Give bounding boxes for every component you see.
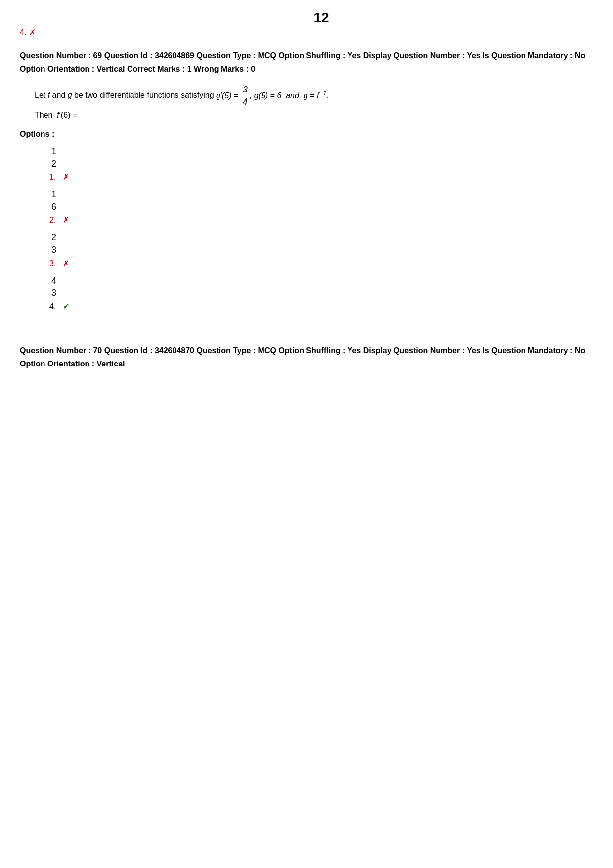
question69-body-text: Let f and g be two differentiable functi… <box>35 91 329 100</box>
option3-label: 3. <box>49 259 56 268</box>
option1-row: 1. ✗ <box>49 172 593 182</box>
question70-meta: Question Number : 70 Question Id : 34260… <box>20 344 593 370</box>
option4-check-icon: ✔ <box>63 302 69 311</box>
option1-label: 1. <box>49 173 56 182</box>
question69-option3: 2 3 3. ✗ <box>49 232 593 268</box>
question69-meta: Question Number : 69 Question Id : 34260… <box>20 49 593 76</box>
question69-option2: 1 6 2. ✗ <box>49 189 593 225</box>
option3-numerator: 2 <box>49 232 58 244</box>
option1-denominator: 2 <box>49 158 58 170</box>
option3-cross-icon: ✗ <box>63 259 69 268</box>
option2-label: 2. <box>49 216 56 225</box>
option4-numerator: 4 <box>49 276 58 288</box>
question69-option4: 4 3 4. ✔ <box>49 276 593 311</box>
question69-option1: 1 2 1. ✗ <box>49 146 593 182</box>
option2-cross-icon: ✗ <box>63 215 69 225</box>
prev-option4-cross-icon: ✗ <box>29 28 36 37</box>
option2-numerator: 1 <box>49 189 58 201</box>
option2-row: 2. ✗ <box>49 215 593 225</box>
option3-fraction: 2 3 <box>49 232 58 255</box>
option3-denominator: 3 <box>49 244 58 256</box>
option1-numerator: 1 <box>49 146 58 158</box>
prev-answer-number: 12 <box>49 10 593 26</box>
question69-options-label: Options : <box>20 130 593 138</box>
prev-option4-label: 4. <box>20 28 26 37</box>
prev-option4-row: 4. ✗ <box>20 28 593 37</box>
option3-row: 3. ✗ <box>49 259 593 268</box>
question69-body: Let f and g be two differentiable functi… <box>35 85 593 123</box>
option4-denominator: 3 <box>49 287 58 299</box>
option2-denominator: 6 <box>49 201 58 213</box>
question69-then: Then f′(6) = <box>35 111 77 119</box>
option4-row: 4. ✔ <box>49 302 593 311</box>
option1-cross-icon: ✗ <box>63 172 69 182</box>
option2-fraction: 1 6 <box>49 189 58 212</box>
option1-fraction: 1 2 <box>49 146 58 169</box>
option4-fraction: 4 3 <box>49 276 58 299</box>
option4-label: 4. <box>49 302 56 311</box>
prev-question-tail: 12 4. ✗ <box>20 10 593 37</box>
